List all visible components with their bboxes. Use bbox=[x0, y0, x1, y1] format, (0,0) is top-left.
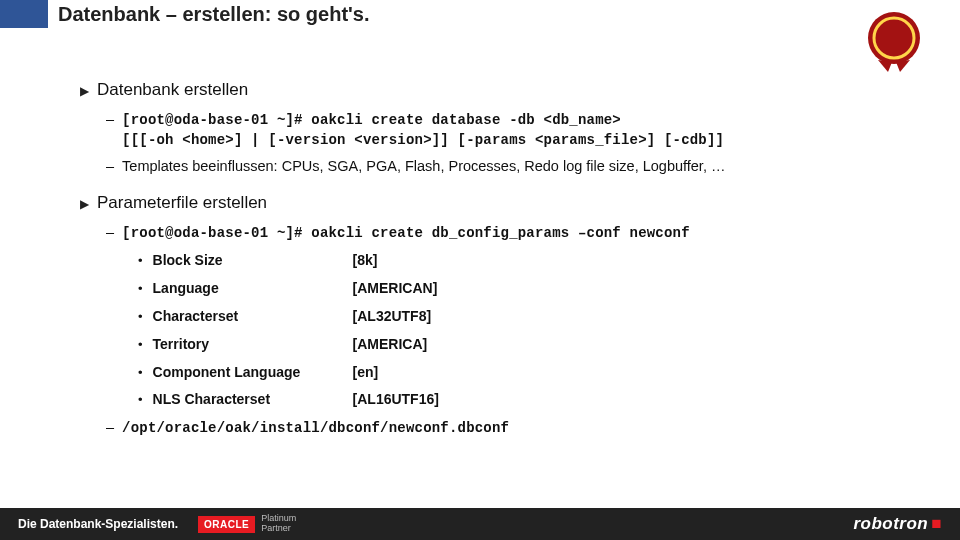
param-row: • Component Language [en] bbox=[138, 362, 920, 383]
robotron-square-icon: ■ bbox=[931, 514, 942, 533]
param-value: [8k] bbox=[353, 250, 378, 270]
param-name: Component Language bbox=[153, 362, 353, 382]
dot-bullet-icon: • bbox=[138, 280, 143, 299]
oracle-tier-text: Platinum Partner bbox=[261, 514, 296, 534]
param-name: Language bbox=[153, 278, 353, 298]
templates-note-text: Templates beeinflussen: CPUs, SGA, PGA, … bbox=[122, 156, 725, 177]
dash-bullet-icon: – bbox=[106, 109, 114, 130]
triangle-bullet-icon: ▶ bbox=[80, 83, 89, 100]
param-row: • Language [AMERICAN] bbox=[138, 278, 920, 299]
robotron-wordmark: robotron bbox=[853, 514, 928, 533]
params-table: • Block Size [8k] • Language [AMERICAN] … bbox=[138, 250, 920, 410]
dot-bullet-icon: • bbox=[138, 308, 143, 327]
param-value: [AMERICA] bbox=[353, 334, 428, 354]
param-path-text: /opt/oracle/oak/install/dbconf/newconf.d… bbox=[122, 418, 509, 438]
dot-bullet-icon: • bbox=[138, 364, 143, 383]
oracle-tier-line2: Partner bbox=[261, 524, 296, 534]
footer-bar: Die Datenbank-Spezialisten. ORACLE Plati… bbox=[0, 508, 960, 540]
slide: Datenbank – erstellen: so geht's. ▶ Date… bbox=[0, 0, 960, 540]
param-row: • Characterset [AL32UTF8] bbox=[138, 306, 920, 327]
cmd-line-1: [root@oda-base-01 ~]# oakcli create data… bbox=[122, 110, 724, 130]
title-accent-block bbox=[0, 0, 48, 28]
heading-text: Parameterfile erstellen bbox=[97, 191, 267, 216]
param-value: [AMERICAN] bbox=[353, 278, 438, 298]
cmd-line-2: [[[-oh <home>] | [-version <version>]] [… bbox=[122, 130, 724, 150]
dash-bullet-icon: – bbox=[106, 222, 114, 243]
cmd-text: [root@oda-base-01 ~]# oakcli create db_c… bbox=[122, 223, 690, 243]
param-value: [AL16UTF16] bbox=[353, 389, 439, 409]
title-row: Datenbank – erstellen: so geht's. bbox=[0, 0, 960, 48]
param-name: Block Size bbox=[153, 250, 353, 270]
param-row: • Territory [AMERICA] bbox=[138, 334, 920, 355]
heading-text: Datenbank erstellen bbox=[97, 78, 248, 103]
oracle-wordmark: ORACLE bbox=[198, 516, 255, 533]
partner-badge-icon bbox=[858, 6, 930, 82]
robotron-logo: robotron■ bbox=[853, 514, 942, 534]
dash-bullet-icon: – bbox=[106, 156, 114, 177]
param-value: [AL32UTF8] bbox=[353, 306, 432, 326]
dot-bullet-icon: • bbox=[138, 252, 143, 271]
dot-bullet-icon: • bbox=[138, 391, 143, 410]
param-value: [en] bbox=[353, 362, 379, 382]
triangle-bullet-icon: ▶ bbox=[80, 196, 89, 213]
footer-tagline: Die Datenbank-Spezialisten. bbox=[18, 517, 178, 531]
cmd-create-database: – [root@oda-base-01 ~]# oakcli create da… bbox=[106, 109, 920, 151]
param-path: – /opt/oracle/oak/install/dbconf/newconf… bbox=[106, 417, 920, 438]
section-heading-paramfile: ▶ Parameterfile erstellen bbox=[80, 191, 920, 216]
param-name: Territory bbox=[153, 334, 353, 354]
svg-point-0 bbox=[868, 12, 920, 64]
param-name: NLS Characterset bbox=[153, 389, 353, 409]
section-heading-db-create: ▶ Datenbank erstellen bbox=[80, 78, 920, 103]
content-area: ▶ Datenbank erstellen – [root@oda-base-0… bbox=[0, 48, 960, 439]
param-row: • Block Size [8k] bbox=[138, 250, 920, 271]
oracle-partner-logo: ORACLE Platinum Partner bbox=[198, 514, 296, 534]
cmd-create-paramfile: – [root@oda-base-01 ~]# oakcli create db… bbox=[106, 222, 920, 243]
dot-bullet-icon: • bbox=[138, 336, 143, 355]
page-title: Datenbank – erstellen: so geht's. bbox=[48, 0, 370, 26]
param-name: Characterset bbox=[153, 306, 353, 326]
templates-note: – Templates beeinflussen: CPUs, SGA, PGA… bbox=[106, 156, 920, 177]
dash-bullet-icon: – bbox=[106, 417, 114, 438]
param-row: • NLS Characterset [AL16UTF16] bbox=[138, 389, 920, 410]
